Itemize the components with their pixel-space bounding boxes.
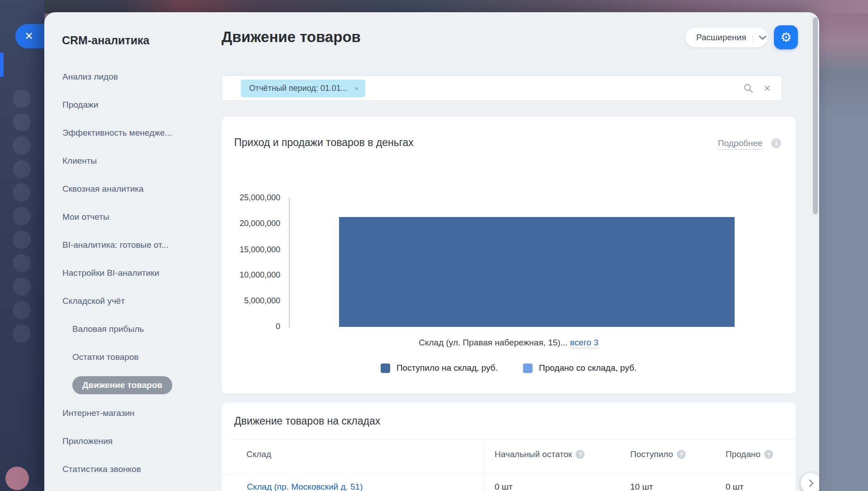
- background-app-sidebar: [0, 0, 44, 491]
- filter-search-bar[interactable]: Отчётный период: 01.01... × ✕: [222, 76, 782, 101]
- y-tick: 20,000,000: [222, 218, 280, 228]
- background-menu-icon: [13, 231, 31, 249]
- button-separator: [753, 33, 753, 42]
- background-menu-icon: [13, 160, 31, 178]
- background-active-indicator: [0, 52, 4, 77]
- table-row-received-value: 10 шт: [630, 482, 653, 491]
- sidebar-item-gross-profit[interactable]: Валовая прибыль: [62, 315, 221, 343]
- sidebar-item-online-store[interactable]: Интернет-магазин: [62, 399, 221, 427]
- background-menu-icon: [13, 184, 31, 202]
- background-menu-icon: [13, 113, 31, 131]
- table-scroll-right-button[interactable]: [801, 473, 819, 491]
- chart-title: Приход и продажи товаров в деньгах: [234, 137, 414, 149]
- y-tick: 5,000,000: [222, 296, 280, 306]
- sidebar-item-end-to-end-analytics[interactable]: Сквозная аналитика: [62, 175, 221, 203]
- legend-swatch-received: [381, 364, 390, 373]
- warehouse-movement-table-card: Движение товаров на складах Склад Началь…: [222, 402, 796, 491]
- help-icon[interactable]: ?: [764, 450, 773, 459]
- y-axis-line: [289, 198, 290, 328]
- column-divider: [484, 439, 484, 491]
- info-icon[interactable]: i: [771, 138, 781, 148]
- extensions-label: Расширения: [685, 33, 746, 42]
- legend-label: Продано со склада, руб.: [539, 363, 637, 373]
- background-menu-icon: [13, 137, 31, 155]
- active-item-pill: Движение товаров: [72, 376, 172, 394]
- total-warehouses-link[interactable]: всего 3: [570, 338, 599, 348]
- vertical-scrollbar[interactable]: [813, 17, 818, 214]
- legend-swatch-sold: [523, 364, 533, 373]
- y-tick: 10,000,000: [222, 270, 280, 280]
- background-menu-icon: [13, 90, 31, 108]
- table-row-initial-value: 0 шт: [495, 482, 513, 491]
- clear-filter-icon[interactable]: ✕: [762, 83, 773, 94]
- background-menu-icon: [13, 301, 31, 319]
- table-row-warehouse-link[interactable]: Склад (пр. Московский д. 51): [247, 482, 363, 491]
- y-tick: 0: [222, 321, 280, 331]
- chevron-down-icon[interactable]: [759, 35, 767, 40]
- legend-label: Поступило на склад, руб.: [396, 363, 498, 373]
- background-menu-icon: [13, 325, 31, 343]
- sidebar-item-bi-analytics[interactable]: BI-аналитика: готовые от...: [62, 231, 221, 259]
- background-menu-icon: [13, 254, 31, 272]
- y-tick: 25,000,000: [222, 193, 280, 203]
- help-icon[interactable]: ?: [677, 450, 686, 459]
- bar-received-on-warehouse[interactable]: [339, 217, 735, 327]
- row-divider: [222, 474, 796, 474]
- background-menu-icon: [13, 278, 31, 296]
- sidebar-item-apps[interactable]: Приложения: [62, 427, 221, 455]
- details-link[interactable]: Подробнее: [718, 138, 763, 150]
- legend-item-received: Поступило на склад, руб.: [381, 363, 498, 373]
- panel-title: CRM-аналитика: [62, 34, 149, 47]
- column-header-sold: Продано ?: [726, 449, 773, 459]
- filter-icons: ✕: [743, 76, 773, 100]
- sidebar-item-clients[interactable]: Клиенты: [62, 147, 221, 175]
- avatar: [5, 467, 29, 490]
- divider: [229, 439, 796, 439]
- category-label: Склад (ул. Правая набережная, 15)...: [419, 338, 567, 347]
- filter-tag-report-period[interactable]: Отчётный период: 01.01... ×: [241, 80, 365, 97]
- column-header-received: Поступило ?: [630, 449, 686, 459]
- sidebar: Анализ лидов Продажи Эффективность менед…: [62, 63, 221, 483]
- sidebar-item-call-statistics[interactable]: Статистика звонков: [62, 455, 221, 483]
- background-menu-icon: [13, 207, 31, 225]
- chart-card: Приход и продажи товаров в деньгах Подро…: [222, 117, 796, 394]
- table-row-sold-value: 0 шт: [726, 482, 744, 491]
- x-axis-category: Склад (ул. Правая набережная, 15)... все…: [222, 338, 796, 348]
- crm-analytics-panel: CRM-аналитика Анализ лидов Продажи Эффек…: [44, 12, 819, 491]
- sidebar-item-lead-analysis[interactable]: Анализ лидов: [62, 63, 221, 91]
- column-header-initial: Начальный остаток ?: [495, 449, 585, 459]
- chart-legend: Поступило на склад, руб. Продано со скла…: [222, 363, 796, 373]
- search-icon[interactable]: [743, 83, 754, 94]
- legend-item-sold: Продано со склада, руб.: [523, 363, 637, 373]
- remove-tag-icon[interactable]: ×: [355, 85, 359, 92]
- filter-tag-label: Отчётный период: 01.01...: [249, 84, 348, 93]
- page-title: Движение товаров: [222, 28, 361, 46]
- sidebar-item-my-reports[interactable]: Мои отчеты: [62, 203, 221, 231]
- sidebar-item-goods-movement[interactable]: Движение товаров: [62, 371, 221, 399]
- gear-icon: ⚙: [780, 31, 792, 44]
- settings-button[interactable]: ⚙: [774, 25, 798, 49]
- column-header-warehouse: Склад: [246, 449, 271, 459]
- sidebar-item-manager-efficiency[interactable]: Эффективность менедже...: [62, 119, 221, 147]
- background-top-strip: [0, 0, 868, 14]
- sidebar-item-bi-settings[interactable]: Настройки BI-аналитики: [62, 259, 221, 287]
- close-icon: ✕: [24, 30, 33, 42]
- sidebar-item-sales[interactable]: Продажи: [62, 91, 221, 119]
- y-tick: 15,000,000: [222, 245, 280, 255]
- sidebar-item-stock-balance[interactable]: Остатки товаров: [62, 343, 221, 371]
- help-icon[interactable]: ?: [576, 450, 585, 459]
- extensions-button[interactable]: Расширения: [685, 28, 768, 47]
- sidebar-item-warehouse-accounting[interactable]: Складской учёт: [62, 287, 221, 315]
- table-title: Движение товаров на складах: [234, 415, 380, 427]
